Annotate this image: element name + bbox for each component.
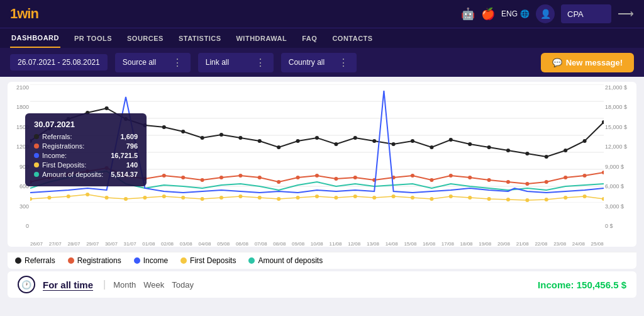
x-axis: 26/0727/0728/07 29/0730/0731/07 01/0802/…	[30, 241, 604, 247]
svg-point-85	[315, 195, 319, 198]
registrations-dot	[34, 144, 39, 149]
logo[interactable]: 1win	[10, 6, 38, 22]
svg-point-74	[105, 196, 109, 200]
logo-text: 1win	[10, 6, 38, 21]
svg-point-25	[353, 136, 357, 140]
source-filter-dots: ⋮	[172, 57, 183, 69]
bottom-bar: 🕐 For all time | Month Week Today Income…	[8, 271, 636, 298]
svg-point-90	[411, 196, 414, 200]
legend-income[interactable]: Income	[134, 256, 168, 265]
svg-point-37	[583, 139, 587, 143]
svg-point-66	[545, 180, 548, 184]
first-deposits-dot	[34, 162, 39, 167]
svg-point-49	[219, 176, 223, 179]
nav-item-dashboard[interactable]: DASHBOARD	[10, 28, 60, 48]
referrals-dot	[34, 134, 39, 139]
svg-point-47	[181, 176, 185, 179]
svg-point-89	[392, 195, 396, 198]
svg-point-77	[162, 195, 166, 198]
svg-point-84	[296, 196, 300, 200]
amount-deposits-dot	[34, 172, 39, 177]
legend-referrals[interactable]: Referrals	[15, 256, 55, 265]
svg-point-24	[334, 142, 338, 146]
week-button[interactable]: Week	[143, 280, 164, 290]
nav-item-prtools[interactable]: PR TOOLS	[73, 28, 113, 48]
lang-selector[interactable]: ENG 🌐	[501, 9, 530, 18]
divider: |	[103, 279, 106, 290]
apple-icon[interactable]: 🍎	[481, 7, 495, 21]
svg-point-46	[162, 174, 166, 178]
svg-point-48	[201, 178, 204, 182]
svg-point-82	[258, 196, 262, 200]
svg-point-30	[449, 138, 453, 142]
svg-point-31	[468, 142, 472, 146]
svg-point-62	[468, 176, 472, 179]
svg-point-73	[86, 193, 89, 196]
link-filter-dots: ⋮	[255, 57, 266, 69]
svg-point-86	[334, 196, 338, 200]
svg-point-50	[238, 174, 242, 178]
svg-point-88	[372, 196, 376, 200]
tooltip-amount-deposits: Amount of deposits: 5,514.37	[34, 171, 138, 178]
tooltip-income: Income: 16,721.5	[34, 152, 138, 159]
link-filter[interactable]: Link all ⋮	[198, 53, 274, 72]
month-button[interactable]: Month	[113, 280, 136, 290]
nav-item-withdrawal[interactable]: WITHDRAWAL	[235, 28, 288, 48]
chat-icon: 💬	[552, 58, 562, 67]
source-filter[interactable]: Source all ⋮	[115, 53, 191, 72]
logout-button[interactable]: ⟶	[618, 7, 634, 21]
svg-point-19	[238, 136, 242, 140]
tooltip-first-deposits: First Deposits: 140	[34, 161, 138, 169]
svg-point-20	[258, 139, 262, 143]
nav-item-statistics[interactable]: STATISTICS	[177, 28, 223, 48]
svg-point-60	[430, 178, 433, 182]
svg-point-23	[315, 136, 319, 140]
svg-point-98	[564, 196, 567, 200]
svg-point-15	[162, 125, 166, 129]
svg-point-91	[430, 197, 433, 201]
svg-point-69	[602, 171, 604, 174]
country-filter[interactable]: Country all ⋮	[281, 53, 357, 72]
svg-point-92	[449, 195, 453, 198]
android-icon[interactable]: 🤖	[461, 7, 475, 21]
svg-point-22	[296, 139, 300, 143]
svg-point-68	[583, 174, 587, 178]
svg-point-87	[353, 195, 357, 198]
income-dot	[34, 153, 39, 158]
svg-point-72	[67, 195, 70, 198]
flag-icon: 🌐	[520, 9, 530, 18]
for-all-time-label[interactable]: For all time	[43, 279, 93, 290]
svg-point-28	[411, 139, 414, 143]
header-right: 🤖 🍎 ENG 🌐 👤 CPA ⟶	[461, 4, 634, 23]
svg-point-70	[30, 197, 32, 201]
income-total: Income: 150,456.5 $	[538, 279, 626, 290]
legend-amount-deposits[interactable]: Amount of deposits	[248, 256, 323, 265]
svg-point-12	[105, 106, 109, 110]
user-icon[interactable]: 👤	[536, 4, 555, 23]
nav-item-contacts[interactable]: CONTACTS	[331, 28, 374, 48]
tooltip-date: 30.07.2021	[34, 120, 138, 129]
chart-container: 2100 1800 1500 1200 900 600 300 0 21,000…	[8, 82, 636, 247]
today-button[interactable]: Today	[172, 280, 194, 290]
date-range-picker[interactable]: 26.07.2021 - 25.08.2021	[10, 54, 108, 71]
svg-point-95	[506, 198, 510, 201]
svg-point-100	[602, 197, 604, 201]
legend-amount-deposits-dot	[248, 257, 255, 264]
svg-point-71	[47, 196, 51, 200]
new-message-button[interactable]: 💬 New message!	[541, 53, 634, 72]
nav-item-faq[interactable]: FAQ	[301, 28, 318, 48]
svg-point-65	[525, 182, 529, 186]
svg-point-53	[296, 176, 300, 179]
nav-item-sources[interactable]: SOURCES	[126, 28, 165, 48]
svg-point-34	[525, 152, 529, 155]
svg-point-97	[545, 198, 548, 201]
legend-registrations-dot	[68, 257, 74, 264]
legend-first-deposits[interactable]: First Deposits	[180, 256, 236, 265]
legend-registrations[interactable]: Registrations	[68, 256, 121, 265]
svg-point-79	[201, 197, 204, 201]
cpa-select[interactable]: CPA	[561, 4, 611, 23]
svg-point-35	[545, 155, 548, 159]
toolbar-filters: 26.07.2021 - 25.08.2021 Source all ⋮ Lin…	[10, 53, 357, 72]
svg-point-67	[564, 176, 567, 179]
tooltip-referrals: Referrals: 1,609	[34, 133, 138, 140]
